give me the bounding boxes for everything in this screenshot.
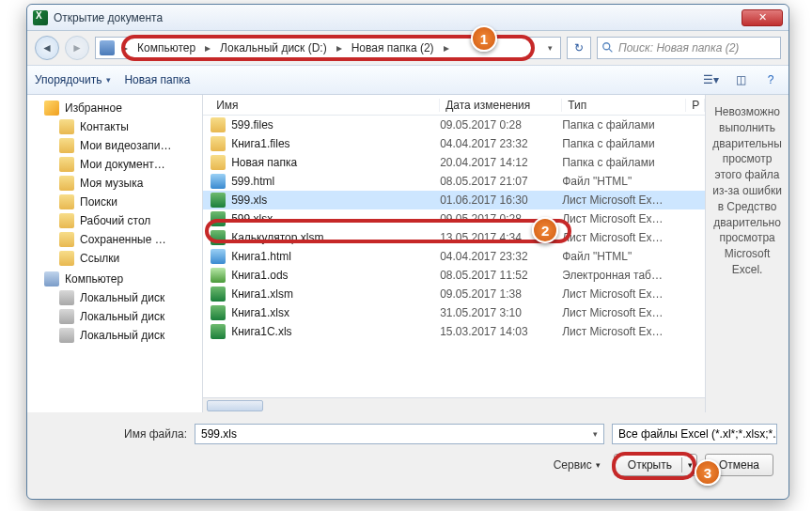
preview-pane-icon[interactable]: ◫ [730, 70, 751, 89]
tree-item[interactable]: Рабочий стол [27, 211, 202, 230]
folder-icon [59, 194, 74, 209]
drive-icon [59, 309, 74, 324]
col-name[interactable]: Имя [211, 99, 440, 112]
computer-icon [44, 271, 59, 286]
open-button[interactable]: Открыть▾ [614, 454, 697, 476]
tree-item[interactable]: Мои документ… [27, 155, 202, 174]
ods-icon [211, 268, 226, 283]
tree-item[interactable]: Сохраненные … [27, 230, 202, 249]
open-file-dialog: Открытие документа ✕ ◄ ► ▸ Компьютер ▸ Л… [26, 4, 789, 500]
search-input[interactable]: Поиск: Новая папка (2) [597, 37, 781, 59]
folder-icon [59, 138, 74, 153]
folder-icon [59, 251, 74, 266]
tree-item[interactable]: Поиски [27, 193, 202, 211]
service-menu[interactable]: Сервис [554, 458, 601, 472]
dialog-bottom: Имя файла: 599.xls Все файлы Excel (*.xl… [27, 412, 789, 486]
tree-item[interactable]: Контакты [27, 117, 202, 136]
col-size[interactable]: Р [686, 99, 705, 112]
chevron-right-icon: ▸ [442, 41, 451, 54]
horizontal-scrollbar[interactable] [203, 397, 705, 412]
dialog-body: Избранное КонтактыМои видеозапи…Мои доку… [27, 95, 789, 412]
column-headers[interactable]: Имя Дата изменения Тип Р [203, 95, 705, 116]
chevron-right-icon: ▸ [203, 41, 212, 54]
window-title: Открытие документа [54, 11, 163, 24]
computer-icon [100, 40, 115, 55]
close-button[interactable]: ✕ [742, 9, 783, 26]
crumb-drive[interactable]: Локальный диск (D:) [214, 38, 333, 58]
file-row[interactable]: Книга1C.xls15.03.2017 14:03Лист Microsof… [203, 322, 705, 341]
tree-drive[interactable]: Локальный диск [27, 288, 202, 307]
file-list[interactable]: 2 599.files09.05.2017 0:28Папка с файлам… [203, 116, 705, 397]
tree-drive[interactable]: Локальный диск [27, 326, 202, 345]
col-type[interactable]: Тип [562, 99, 686, 112]
file-row[interactable]: Книга1.files04.04.2017 23:32Папка с файл… [203, 134, 705, 153]
file-row[interactable]: 599.xlsx09.05.2017 0:28Лист Microsoft Ex… [203, 209, 705, 228]
forward-button[interactable]: ► [65, 36, 89, 60]
search-icon [601, 41, 615, 54]
folder-icon [211, 117, 226, 132]
nav-row: ◄ ► ▸ Компьютер ▸ Локальный диск (D:) ▸ … [27, 31, 789, 65]
svg-point-0 [603, 43, 610, 50]
file-row[interactable]: Калькулятор.xlsm13.05.2017 4:34Лист Micr… [203, 228, 705, 247]
chevron-right-icon: ▸ [335, 41, 344, 54]
folder-icon [59, 213, 74, 228]
chevron-down-icon[interactable]: ▾ [544, 43, 556, 53]
toolbar: Упорядочить Новая папка ☰▾ ◫ ? [27, 65, 789, 95]
scroll-thumb[interactable] [207, 400, 263, 411]
file-row[interactable]: Книга1.html04.04.2017 23:32Файл "HTML" [203, 247, 705, 266]
tree-drive[interactable]: Локальный диск [27, 307, 202, 326]
annotation-badge-2: 2 [532, 217, 558, 243]
annotation-badge-3: 3 [695, 459, 721, 486]
file-list-pane: Имя Дата изменения Тип Р 2 599.files09.0… [203, 95, 705, 412]
file-row[interactable]: 599.html08.05.2017 21:07Файл "HTML" [203, 172, 705, 191]
filename-label: Имя файла: [39, 427, 187, 441]
preview-error-text: Невозможно выполнить дварительны просмот… [712, 105, 782, 276]
folder-icon [211, 155, 226, 170]
html-icon [211, 249, 226, 264]
back-button[interactable]: ◄ [35, 36, 59, 60]
tree-computer[interactable]: Компьютер [27, 270, 202, 288]
file-row[interactable]: Книга1.ods08.05.2017 11:52Электронная та… [203, 266, 705, 285]
star-icon [44, 101, 59, 116]
html-icon [211, 174, 226, 189]
file-row[interactable]: Книга1.xlsm09.05.2017 1:38Лист Microsoft… [203, 285, 705, 303]
tree-item[interactable]: Ссылки [27, 249, 202, 268]
new-folder-button[interactable]: Новая папка [124, 73, 190, 86]
col-date[interactable]: Дата изменения [440, 99, 562, 112]
xls-icon [211, 193, 226, 208]
chevron-down-icon[interactable]: ▾ [688, 460, 693, 470]
xls-icon [211, 211, 226, 226]
file-row[interactable]: 599.files09.05.2017 0:28Папка с файлами [203, 116, 705, 134]
file-row[interactable]: Книга1.xlsx31.05.2017 3:10Лист Microsoft… [203, 303, 705, 322]
xls-icon [211, 230, 226, 245]
xls-icon [211, 305, 226, 320]
titlebar[interactable]: Открытие документа ✕ [27, 5, 789, 31]
search-placeholder: Поиск: Новая папка (2) [618, 41, 739, 54]
tree-item[interactable]: Мои видеозапи… [27, 136, 202, 155]
preview-pane: Невозможно выполнить дварительны просмот… [705, 95, 789, 412]
file-type-filter[interactable]: Все файлы Excel (*.xl*;*.xlsx;*.xl [612, 424, 777, 444]
help-icon[interactable]: ? [760, 70, 781, 89]
chevron-right-icon: ▸ [120, 41, 130, 54]
view-icon[interactable]: ☰▾ [700, 70, 721, 89]
xls-icon [211, 286, 226, 302]
refresh-button[interactable]: ↻ [567, 37, 591, 59]
nav-tree[interactable]: Избранное КонтактыМои видеозапи…Мои доку… [27, 95, 203, 412]
filename-input[interactable]: 599.xls [195, 424, 604, 444]
annotation-badge-1: 1 [471, 25, 497, 52]
crumb-folder[interactable]: Новая папка (2) [346, 38, 440, 58]
tree-item[interactable]: Моя музыка [27, 174, 202, 193]
folder-icon [59, 176, 74, 191]
folder-icon [59, 157, 74, 172]
organize-menu[interactable]: Упорядочить [35, 73, 111, 86]
crumb-computer[interactable]: Компьютер [132, 38, 201, 58]
file-row[interactable]: 599.xls01.06.2017 16:30Лист Microsoft Ex… [203, 191, 705, 209]
folder-icon [59, 119, 74, 134]
drive-icon [59, 290, 74, 305]
folder-icon [59, 232, 74, 247]
folder-icon [211, 136, 226, 151]
file-row[interactable]: Новая папка20.04.2017 14:12Папка с файла… [203, 153, 705, 172]
drive-icon [59, 328, 74, 343]
excel-icon [33, 10, 48, 25]
tree-favorites[interactable]: Избранное [27, 99, 202, 117]
